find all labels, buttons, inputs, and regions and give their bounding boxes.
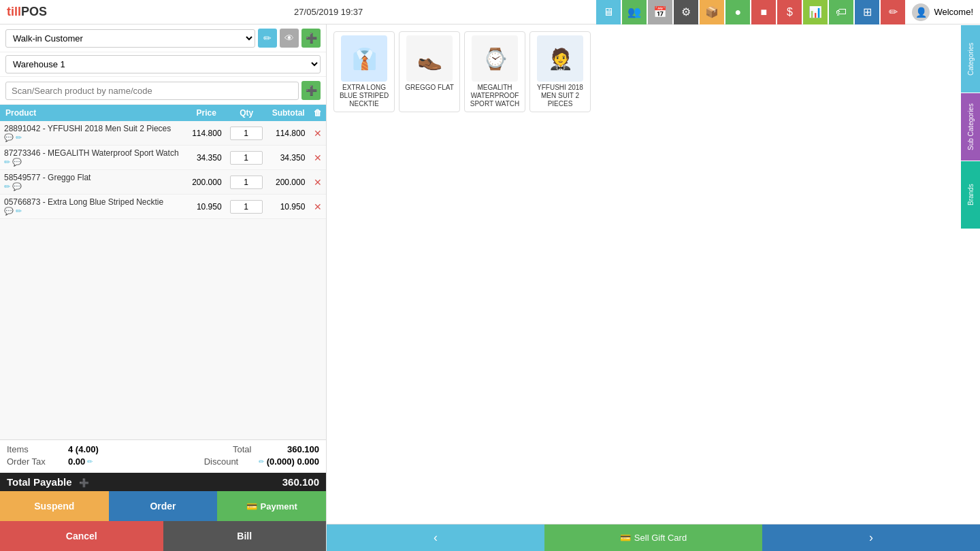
dollar-icon[interactable]: $ xyxy=(777,0,802,24)
footer-section: Items 4 (4.00) Total 360.100 Order Tax 0… xyxy=(0,439,326,473)
settings-icon[interactable]: ⚙ xyxy=(674,0,698,24)
product-table: Product Price Qty Subtotal 🗑 28891042 - … xyxy=(0,105,326,439)
edit-icon[interactable]: ✏ xyxy=(16,133,22,142)
product-row-icons: ✏ 💬 xyxy=(4,158,183,167)
order-button[interactable]: Order xyxy=(109,491,218,521)
product-card-watch[interactable]: ⌚ MEGALITH WATERPROOF SPORT WATCH xyxy=(464,31,525,112)
qty-input[interactable] xyxy=(230,127,263,140)
items-value: 4 (4.00) xyxy=(68,444,99,454)
left-panel: Walk-in Customer ✏ 👁 ➕ Warehouse 1 ➕ Pro… xyxy=(0,24,327,551)
remove-button[interactable]: ✕ xyxy=(314,177,322,188)
col-price: Price xyxy=(187,105,226,121)
bottom-bar: ‹ 💳 Sell Gift Card › xyxy=(327,524,980,551)
items-row: Items 4 (4.00) Total 360.100 xyxy=(7,444,319,454)
prev-button[interactable]: ‹ xyxy=(327,524,544,551)
table-row: 05766873 - Extra Long Blue Striped Neckt… xyxy=(0,195,326,219)
remove-button[interactable]: ✕ xyxy=(314,201,322,212)
next-button[interactable]: › xyxy=(762,524,980,551)
stop-icon[interactable]: ■ xyxy=(751,0,776,24)
remove-button[interactable]: ✕ xyxy=(314,128,322,139)
total-payable-icon[interactable]: ➕ xyxy=(79,478,89,488)
circle-icon[interactable]: ● xyxy=(725,0,750,24)
col-subtotal: Subtotal xyxy=(267,105,309,121)
delete-cell: ✕ xyxy=(309,146,326,170)
product-card-suit[interactable]: 🤵 YFFUSHI 2018 MEN SUIT 2 PIECES xyxy=(529,31,591,112)
product-card-name: MEGALITH WATERPROOF SPORT WATCH xyxy=(468,84,521,108)
grid-icon[interactable]: ⊞ xyxy=(855,0,879,24)
product-card-greggo[interactable]: 👞 GREGGO FLAT xyxy=(399,31,460,112)
pencil-icon[interactable]: ✏ xyxy=(881,0,905,24)
total-payable-row: Total Payable ➕ 360.100 xyxy=(0,473,326,491)
chart-icon[interactable]: 📊 xyxy=(803,0,828,24)
order-tax-label: Order Tax xyxy=(7,456,68,467)
product-cell: 05766873 - Extra Long Blue Striped Neckt… xyxy=(0,195,187,219)
edit-icon[interactable]: ✏ xyxy=(16,207,22,216)
product-name: 05766873 - Extra Long Blue Striped Neckt… xyxy=(4,197,183,207)
datetime: 27/05/2019 19:37 xyxy=(61,7,596,17)
qty-input[interactable] xyxy=(230,151,263,165)
edit-customer-button[interactable]: ✏ xyxy=(258,29,277,48)
product-image-necktie: 👔 xyxy=(341,35,387,82)
items-label: Items xyxy=(7,444,68,454)
product-cell: 28891042 - YFFUSHI 2018 Men Suit 2 Piece… xyxy=(0,121,187,146)
qty-cell xyxy=(226,146,267,170)
tag-icon[interactable]: 🏷 xyxy=(829,0,853,24)
product-image-greggo: 👞 xyxy=(406,35,453,82)
sell-gift-card-button[interactable]: 💳 Sell Gift Card xyxy=(544,524,762,551)
total-payable-value: 360.100 xyxy=(282,476,319,488)
table-row: 58549577 - Greggo Flat ✏ 💬 200.000 200.0… xyxy=(0,170,326,195)
product-cell: 58549577 - Greggo Flat ✏ 💬 xyxy=(0,170,187,195)
discount-label: Discount xyxy=(204,456,259,467)
payment-button[interactable]: 💳 Payment xyxy=(217,491,326,521)
main-layout: Walk-in Customer ✏ 👁 ➕ Warehouse 1 ➕ Pro… xyxy=(0,24,980,551)
payment-icon: 💳 xyxy=(246,501,257,512)
tax-edit-icon[interactable]: ✏ xyxy=(87,458,93,465)
customer-row: Walk-in Customer ✏ 👁 ➕ xyxy=(0,24,326,52)
col-qty: Qty xyxy=(226,105,267,121)
product-row-icons: 💬 ✏ xyxy=(4,207,183,216)
comment-icon[interactable]: 💬 xyxy=(12,182,22,191)
comment-icon[interactable]: 💬 xyxy=(4,133,14,142)
discount-edit-icon[interactable]: ✏ xyxy=(259,458,264,465)
table-row: 87273346 - MEGALITH Waterproof Sport Wat… xyxy=(0,146,326,170)
topbar-icons: 🖥 👥 📅 ⚙ 📦 ● ■ $ 📊 🏷 ⊞ ✏ xyxy=(596,0,905,24)
right-panel: 👔 EXTRA LONG BLUE STRIPED NECKTIE 👞 GREG… xyxy=(327,24,980,551)
suspend-button[interactable]: Suspend xyxy=(0,491,109,521)
product-card-name: GREGGO FLAT xyxy=(405,84,454,92)
price-cell: 34.350 xyxy=(187,146,226,170)
comment-icon[interactable]: 💬 xyxy=(4,207,14,216)
qty-cell xyxy=(226,121,267,146)
brands-tab[interactable]: Brands xyxy=(961,161,980,229)
customer-select[interactable]: Walk-in Customer xyxy=(5,29,255,48)
product-card-name: YFFUSHI 2018 MEN SUIT 2 PIECES xyxy=(534,84,587,108)
order-tax-value: 0.00 xyxy=(68,456,85,467)
user-area: 👤 Welcome! xyxy=(912,3,973,21)
search-input[interactable] xyxy=(5,82,299,100)
warehouse-select[interactable]: Warehouse 1 xyxy=(5,55,321,73)
sub-categories-tab[interactable]: Sub Categories xyxy=(961,93,980,161)
action-buttons-row2: Cancel Bill xyxy=(0,521,326,551)
total-payable-label: Total Payable ➕ xyxy=(7,476,282,488)
bill-button[interactable]: Bill xyxy=(163,521,327,551)
search-row: ➕ xyxy=(0,77,326,105)
edit-icon[interactable]: ✏ xyxy=(4,158,10,167)
users-icon[interactable]: 👥 xyxy=(622,0,647,24)
gift-icon: 💳 xyxy=(620,533,631,543)
prev-icon: ‹ xyxy=(434,531,438,545)
edit-icon[interactable]: ✏ xyxy=(4,182,10,191)
calendar-icon[interactable]: 📅 xyxy=(648,0,672,24)
delete-cell: ✕ xyxy=(309,195,326,219)
welcome-text: Welcome! xyxy=(934,7,973,17)
add-product-button[interactable]: ➕ xyxy=(301,81,321,100)
remove-button[interactable]: ✕ xyxy=(314,152,322,163)
product-card-necktie[interactable]: 👔 EXTRA LONG BLUE STRIPED NECKTIE xyxy=(333,31,395,112)
tablet-icon[interactable]: 🖥 xyxy=(596,0,621,24)
qty-input[interactable] xyxy=(230,176,263,189)
cancel-button[interactable]: Cancel xyxy=(0,521,163,551)
box-icon[interactable]: 📦 xyxy=(700,0,724,24)
add-customer-button[interactable]: ➕ xyxy=(301,29,321,48)
comment-icon[interactable]: 💬 xyxy=(12,158,22,167)
qty-input[interactable] xyxy=(230,200,263,214)
view-customer-button[interactable]: 👁 xyxy=(280,29,299,48)
categories-tab[interactable]: Categories xyxy=(961,24,980,93)
